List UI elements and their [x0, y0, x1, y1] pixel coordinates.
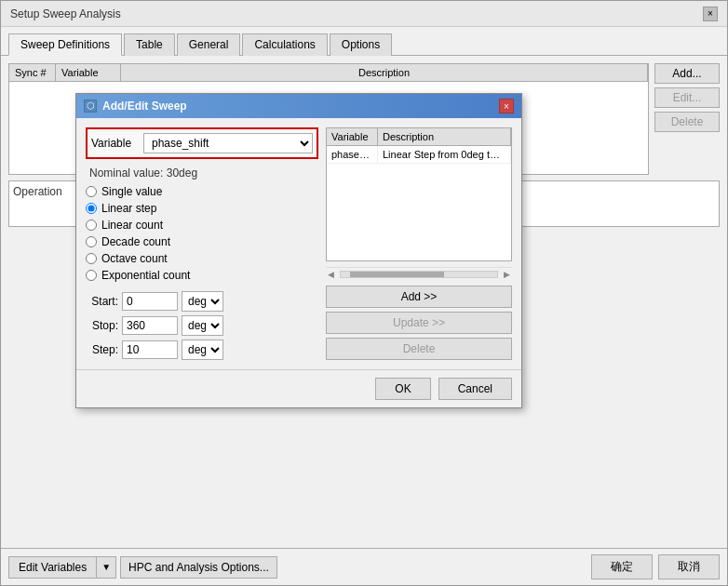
window-close-button[interactable]: × [703, 7, 718, 21]
dialog-action-buttons: Add >> Update >> Delete [326, 286, 512, 360]
variable-row: Variable phase_shift [86, 127, 318, 159]
edit-variables-button[interactable]: Edit Variables [8, 556, 96, 579]
dialog-update-button[interactable]: Update >> [326, 312, 512, 334]
step-label: Step: [86, 343, 118, 356]
right-table-row: phase_... Linear Step from 0deg to 360 [327, 146, 511, 164]
dialog-icon: ⬡ [84, 100, 97, 113]
col-variable: Variable [56, 64, 121, 81]
start-label: Start: [86, 295, 118, 308]
dialog-cancel-button[interactable]: Cancel [438, 378, 512, 400]
right-col-description: Description [378, 128, 511, 145]
hpc-options-button[interactable]: HPC and Analysis Options... [120, 556, 277, 579]
col-description: Description [121, 64, 648, 81]
dialog-footer: OK Cancel [76, 369, 521, 407]
edit-variables-split-button: Edit Variables ▼ [8, 556, 116, 579]
edit-variables-arrow[interactable]: ▼ [96, 556, 116, 579]
step-row: Step: deg [86, 340, 318, 360]
title-bar: Setup Sweep Analysis × [1, 1, 727, 27]
add-edit-sweep-dialog: ⬡ Add/Edit Sweep × Variable phase_shift [75, 93, 522, 408]
right-cell-description: Linear Step from 0deg to 360 [378, 146, 511, 163]
scroll-thumb[interactable] [350, 272, 444, 277]
right-col-variable: Variable [327, 128, 378, 145]
edit-button[interactable]: Edit... [654, 87, 720, 108]
horizontal-scrollbar[interactable]: ◀ ▶ [326, 267, 512, 280]
dialog-delete-button[interactable]: Delete [326, 338, 512, 360]
tab-general[interactable]: General [177, 33, 241, 56]
table-action-buttons: Add... Edit... Delete [654, 63, 720, 175]
variable-select[interactable]: phase_shift [143, 133, 313, 153]
radio-exponential-count[interactable]: Exponential count [86, 269, 318, 282]
radio-single-value[interactable]: Single value [86, 185, 318, 198]
start-unit-select[interactable]: deg [182, 291, 223, 312]
dialog-right-panel: Variable Description phase_... Linear St… [326, 127, 512, 360]
radio-decade-count[interactable]: Decade count [86, 235, 318, 248]
col-sync: Sync # [9, 64, 56, 81]
radio-linear-step[interactable]: Linear step [86, 202, 318, 215]
start-row: Start: deg [86, 291, 318, 312]
main-window: Setup Sweep Analysis × Sweep Definitions… [0, 0, 728, 586]
step-input[interactable] [122, 340, 178, 359]
table-header: Sync # Variable Description [9, 64, 648, 82]
sweep-input-rows: Start: deg Stop: deg [86, 291, 318, 360]
right-cell-variable: phase_... [327, 146, 378, 163]
right-table-header: Variable Description [327, 128, 511, 146]
sweep-type-radio-group: Single value Linear step Linear count [86, 185, 318, 282]
dialog-add-button[interactable]: Add >> [326, 286, 512, 308]
tab-sweep-definitions[interactable]: Sweep Definitions [8, 33, 122, 56]
stop-label: Stop: [86, 319, 118, 332]
dialog-body: Variable phase_shift Nominal value: 30de… [76, 118, 521, 369]
bottom-left-buttons: Edit Variables ▼ HPC and Analysis Option… [8, 556, 277, 579]
stop-row: Stop: deg [86, 315, 318, 336]
right-sweep-table: Variable Description phase_... Linear St… [326, 127, 512, 261]
dialog-ok-button[interactable]: OK [375, 378, 430, 400]
dialog-title-bar: ⬡ Add/Edit Sweep × [76, 94, 521, 118]
dialog-left-panel: Variable phase_shift Nominal value: 30de… [86, 127, 318, 360]
dialog-close-button[interactable]: × [499, 99, 514, 113]
add-button[interactable]: Add... [654, 63, 720, 84]
scroll-track [340, 271, 498, 278]
dialog-title: Add/Edit Sweep [102, 100, 187, 113]
main-cancel-button[interactable]: 取消 [658, 554, 720, 579]
step-unit-select[interactable]: deg [182, 340, 223, 360]
variable-label: Variable [91, 137, 138, 150]
tab-calculations[interactable]: Calculations [242, 33, 327, 56]
start-input[interactable] [122, 292, 178, 311]
tab-bar: Sweep Definitions Table General Calculat… [1, 27, 727, 56]
main-content: Sync # Variable Description Add... Edit.… [1, 56, 727, 548]
nominal-value: Nominal value: 30deg [86, 166, 318, 180]
tab-options[interactable]: Options [330, 33, 392, 56]
bottom-right-buttons: 确定 取消 [591, 554, 720, 579]
delete-button[interactable]: Delete [654, 112, 720, 132]
window-title: Setup Sweep Analysis [10, 7, 121, 20]
bottom-bar: Edit Variables ▼ HPC and Analysis Option… [1, 548, 727, 585]
radio-linear-count[interactable]: Linear count [86, 219, 318, 232]
operation-label: Operation [13, 185, 62, 198]
radio-octave-count[interactable]: Octave count [86, 252, 318, 265]
stop-unit-select[interactable]: deg [182, 315, 223, 336]
tab-table[interactable]: Table [124, 33, 175, 56]
confirm-button[interactable]: 确定 [591, 554, 653, 579]
stop-input[interactable] [122, 316, 178, 335]
